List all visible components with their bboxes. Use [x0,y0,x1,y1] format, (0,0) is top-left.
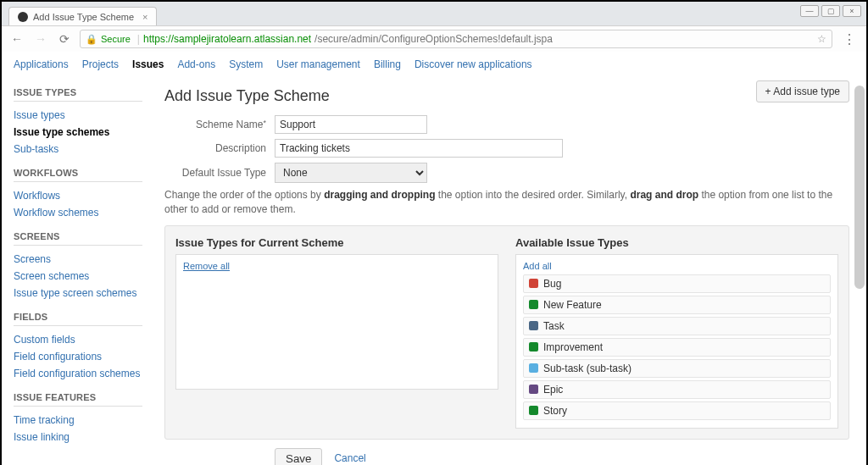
sidebar-section-title: SCREENS [14,231,142,241]
sidebar-link[interactable]: Time tracking [14,412,142,429]
sidebar-link[interactable]: Issue linking [14,429,142,446]
topnav-item[interactable]: Discover new applications [415,58,532,70]
bookmark-star-icon[interactable]: ☆ [817,33,826,45]
save-button[interactable]: Save [275,448,322,465]
issue-type-icon [529,300,538,309]
reload-button[interactable]: ⟳ [56,32,73,46]
sidebar-link[interactable]: Screen schemes [14,268,142,285]
issue-type-icon [529,363,538,373]
sidebar-section-title: ISSUE TYPES [14,87,142,97]
secure-label: Secure [101,34,131,44]
favicon-icon [18,12,28,22]
help-text: Change the order of the options by dragg… [164,188,849,217]
cancel-link[interactable]: Cancel [327,449,372,465]
back-button[interactable]: ← [8,32,25,46]
top-nav: ApplicationsProjectsIssuesAdd-onsSystemU… [2,52,866,77]
sidebar-link[interactable]: Issue type screen schemes [14,285,142,302]
issue-type-icon [529,279,538,288]
sidebar-link[interactable]: Screens [14,251,142,268]
topnav-item[interactable]: Applications [14,58,69,70]
issue-type-item[interactable]: New Feature [523,296,831,314]
sidebar-link[interactable]: Issue type schemes [14,124,142,141]
lock-icon: 🔒 [86,34,97,45]
sidebar-section-title: FIELDS [14,312,142,322]
current-scheme-heading: Issue Types for Current Scheme [175,236,498,249]
window-minimize-button[interactable]: — [800,5,819,17]
browser-tab[interactable]: Add Issue Type Scheme × [8,7,157,25]
available-types-heading: Available Issue Types [515,236,838,249]
issue-type-item[interactable]: Improvement [523,338,831,357]
scheme-name-input[interactable] [275,115,427,134]
issue-type-label: Task [543,320,565,332]
issue-type-item[interactable]: Task [523,317,831,335]
sidebar-link[interactable]: Field configuration schemes [14,365,142,382]
add-all-link[interactable]: Add all [523,261,552,271]
sidebar-section-title: ISSUE FEATURES [14,392,142,402]
issue-type-item[interactable]: Story [523,401,831,420]
page-title: Add Issue Type Scheme [164,87,849,105]
add-issue-type-button[interactable]: + Add issue type [756,80,849,102]
forward-button[interactable]: → [32,32,49,46]
scheme-name-label: Scheme Name* [164,119,275,130]
topnav-item[interactable]: System [229,58,263,70]
topnav-item[interactable]: Projects [82,58,119,70]
url-path: /secure/admin/ConfigureOptionSchemes!def… [314,33,553,45]
sidebar-link[interactable]: Issue types [14,107,142,124]
issue-type-item[interactable]: Sub-task (sub-task) [523,359,831,378]
scrollbar[interactable] [854,86,865,289]
main-content: + Add issue type Add Issue Type Scheme S… [154,77,866,465]
sidebar-link[interactable]: Custom fields [14,331,142,348]
sidebar-link[interactable]: Field configurations [14,348,142,365]
default-type-label: Default Issue Type [164,167,275,179]
default-type-select[interactable]: None [275,163,427,183]
tab-title: Add Issue Type Scheme [33,12,134,22]
browser-menu-icon[interactable]: ⋮ [839,31,860,47]
available-types-box[interactable]: Add all BugNew FeatureTaskImprovementSub… [515,254,838,429]
issue-type-icon [529,385,538,394]
issue-type-item[interactable]: Bug [523,274,831,293]
issue-type-icon [529,406,538,415]
remove-all-link[interactable]: Remove all [183,261,230,271]
issue-type-label: New Feature [543,299,602,311]
issue-type-label: Story [543,405,567,417]
issue-type-label: Bug [543,278,561,290]
issue-type-label: Sub-task (sub-task) [543,363,632,374]
window-maximize-button[interactable]: ▢ [821,5,840,17]
current-scheme-box[interactable]: Remove all [175,254,498,390]
close-tab-icon[interactable]: × [142,12,147,22]
topnav-item[interactable]: Add-ons [177,58,215,70]
topnav-item[interactable]: Billing [374,58,401,70]
description-label: Description [164,142,275,154]
sidebar-section-title: WORKFLOWS [14,168,142,178]
sidebar: ISSUE TYPESIssue typesIssue type schemes… [2,77,154,465]
topnav-item[interactable]: Issues [132,58,164,70]
issue-type-icon [529,321,538,330]
window-close-button[interactable]: × [843,5,861,17]
issue-type-label: Epic [543,384,563,396]
issue-type-icon [529,342,538,352]
sidebar-link[interactable]: Workflow schemes [14,204,142,221]
address-bar[interactable]: 🔒 Secure | https://samplejiratolearn.atl… [80,30,832,48]
sidebar-link[interactable]: Sub-tasks [14,141,142,158]
issue-type-label: Improvement [543,341,603,353]
description-input[interactable] [275,139,563,158]
topnav-item[interactable]: User management [276,58,360,70]
issue-type-item[interactable]: Epic [523,380,831,399]
url-host: https://samplejiratolearn.atlassian.net [143,33,311,45]
sidebar-link[interactable]: Workflows [14,187,142,204]
